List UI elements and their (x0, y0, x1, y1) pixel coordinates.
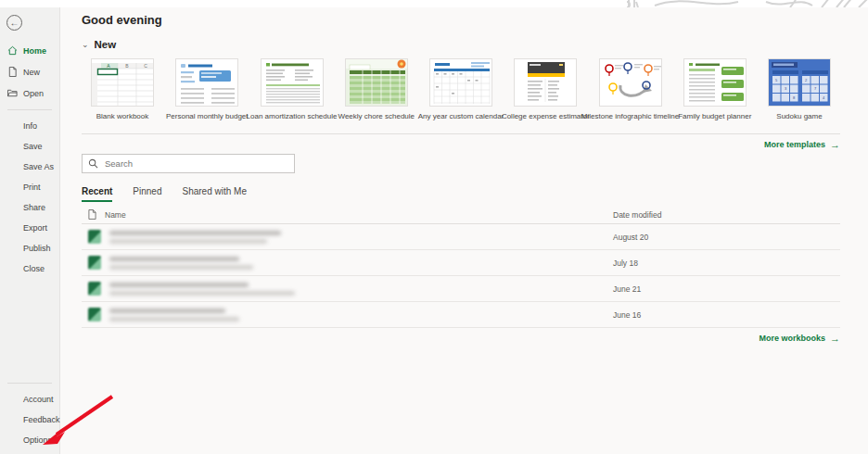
more-workbooks-label: More workbooks (759, 334, 825, 343)
template-card-family-budget[interactable]: Family budget planner (674, 58, 756, 120)
sidebar-item-save-as[interactable]: Save As (0, 157, 59, 177)
svg-text:C: C (144, 63, 147, 69)
template-card-weekly-chore[interactable]: Weekly chore schedule (336, 58, 417, 120)
template-card-blank-workbook[interactable]: A B C Blank workbook (82, 58, 163, 120)
more-workbooks-link[interactable]: More workbooks → (759, 333, 840, 344)
template-label: Milestone infographic timeline (581, 112, 679, 120)
sidebar-spacer (0, 279, 59, 377)
template-thumbnail: A B C (91, 58, 154, 107)
home-icon (7, 45, 18, 56)
sidebar-divider (7, 109, 52, 110)
template-thumbnail: 538 274 (768, 58, 831, 107)
file-row[interactable]: June 16 (82, 302, 840, 328)
template-thumbnail (429, 58, 492, 107)
template-thumbnail (261, 58, 324, 107)
template-gallery: A B C Blank workbook (82, 58, 840, 120)
sidebar-item-open[interactable]: Open (0, 82, 59, 104)
redacted-file-name (109, 257, 253, 270)
sidebar-item-new[interactable]: New (0, 61, 59, 82)
search-input[interactable] (105, 158, 288, 169)
excel-workbook-icon (88, 230, 101, 244)
more-templates-link[interactable]: More templates → (764, 139, 840, 150)
sidebar-item-save[interactable]: Save (0, 136, 59, 157)
file-row[interactable]: August 20 (82, 224, 840, 250)
file-date-modified: July 18 (613, 259, 840, 268)
excel-workbook-icon (88, 282, 101, 296)
file-row[interactable]: July 18 (82, 250, 840, 276)
sidebar-item-share[interactable]: Share (0, 197, 59, 218)
file-list-header: Name Date modified (82, 206, 840, 224)
redacted-file-name (109, 283, 295, 296)
arrow-right-icon: → (830, 333, 840, 344)
open-folder-icon (7, 88, 18, 98)
decorative-sketch (627, 0, 868, 7)
sidebar-item-label: Open (23, 89, 44, 98)
sidebar-item-options[interactable]: Options (0, 430, 59, 450)
document-icon (88, 209, 96, 220)
template-label: Weekly chore schedule (338, 112, 415, 120)
redacted-file-name (109, 231, 281, 244)
excel-workbook-icon (88, 308, 101, 322)
search-box[interactable] (82, 154, 295, 173)
recent-files-list: Name Date modified August 20 (82, 206, 840, 344)
back-arrow-icon: ← (10, 18, 19, 28)
sidebar-item-export[interactable]: Export (0, 218, 59, 238)
backstage-sidebar: ← Home New Open Info Save Save As Print … (0, 7, 60, 454)
search-icon (88, 158, 98, 169)
sidebar-item-print[interactable]: Print (0, 177, 59, 197)
template-label: Sudoku game (776, 112, 822, 120)
sidebar-item-close[interactable]: Close (0, 259, 59, 279)
file-date-modified: June 16 (613, 310, 840, 320)
redacted-file-name (109, 309, 239, 322)
sidebar-item-info[interactable]: Info (0, 116, 59, 136)
template-thumbnail (345, 58, 408, 107)
greeting-heading: Good evening (82, 13, 840, 27)
template-label: Personal monthly budget (166, 112, 249, 120)
top-strip (0, 0, 868, 7)
file-date-modified: June 21 (613, 284, 840, 294)
arrow-right-icon: → (830, 139, 840, 150)
sidebar-item-account[interactable]: Account (0, 389, 59, 410)
column-header-date-modified: Date modified (613, 210, 840, 220)
sidebar-item-home[interactable]: Home (0, 40, 59, 61)
excel-workbook-icon (88, 256, 101, 270)
template-card-loan-amortization[interactable]: Loan amortization schedule (251, 58, 333, 120)
template-label: Loan amortization schedule (247, 112, 338, 120)
sidebar-item-publish[interactable]: Publish (0, 238, 59, 259)
template-thumbnail (514, 58, 577, 107)
template-card-milestone-timeline[interactable]: Milestone infographic timeline (590, 58, 671, 120)
more-templates-label: More templates (764, 140, 825, 149)
new-document-icon (7, 67, 18, 77)
column-header-name: Name (105, 210, 126, 220)
sidebar-item-label: New (23, 68, 40, 77)
template-thumbnail (599, 58, 662, 107)
sidebar-bottom-divider (7, 383, 52, 384)
template-thumbnail (683, 58, 747, 107)
template-card-sudoku[interactable]: 538 274 Sudoku game (759, 58, 840, 120)
back-button[interactable]: ← (6, 15, 22, 31)
template-label: Family budget planner (678, 112, 751, 120)
file-date-modified: August 20 (613, 233, 840, 242)
template-thumbnail (175, 58, 238, 107)
backstage-main: Good evening ⌄ New (60, 7, 868, 454)
file-list-tabs: Recent Pinned Shared with Me (82, 186, 840, 202)
file-row[interactable]: June 21 (82, 276, 840, 302)
template-card-any-year-calendar[interactable]: Any year custom calendar (420, 58, 502, 120)
tab-pinned[interactable]: Pinned (133, 186, 161, 202)
templates-divider (82, 133, 840, 134)
collapse-new-chevron-icon[interactable]: ⌄ (82, 42, 89, 47)
template-label: College expense estimator (502, 112, 590, 120)
tab-shared-with-me[interactable]: Shared with Me (183, 186, 247, 202)
template-label: Any year custom calendar (418, 112, 504, 120)
tab-recent[interactable]: Recent (82, 186, 112, 202)
template-card-personal-monthly-budget[interactable]: Personal monthly budget (166, 58, 248, 120)
template-card-college-expense[interactable]: College expense estimator (504, 58, 586, 120)
sidebar-item-label: Home (23, 46, 46, 56)
new-section-title: New (95, 39, 117, 50)
sidebar-item-feedback[interactable]: Feedback (0, 410, 59, 430)
template-label: Blank workbook (96, 112, 148, 120)
